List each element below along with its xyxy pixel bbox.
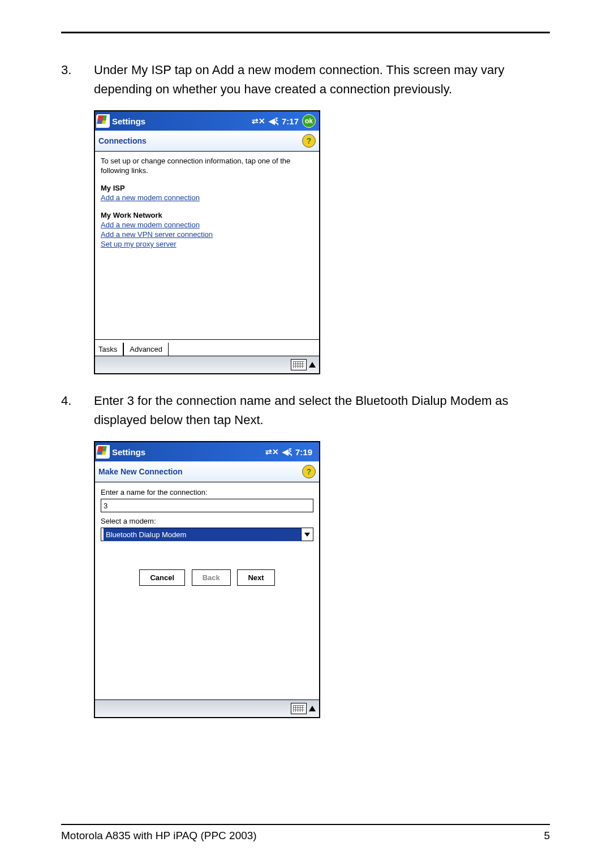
- tab-tasks[interactable]: Tasks: [95, 343, 123, 356]
- document-page: 3. Under My ISP tap on Add a new modem c…: [0, 0, 611, 868]
- connection-name-input[interactable]: [101, 499, 313, 512]
- keyboard-icon[interactable]: [291, 703, 307, 714]
- my-work-header: My Work Network: [101, 210, 313, 220]
- windows-flag-icon[interactable]: [96, 445, 110, 459]
- pane-title-2: Make New Connection: [98, 467, 302, 476]
- page-footer: Motorola A835 with HP iPAQ (PPC 2003) 5: [61, 824, 550, 842]
- step-3-text: Under My ISP tap on Add a new modem conn…: [94, 61, 550, 99]
- pane-title: Connections: [98, 136, 302, 145]
- page-number: 5: [544, 830, 550, 842]
- tabs-row: Tasks Advanced: [95, 339, 319, 356]
- connectivity-icon[interactable]: ⇄✕: [265, 447, 279, 456]
- screenshot-connections: Settings ⇄✕ ◀ξ 7:17 ok Connections ? To …: [94, 110, 320, 374]
- button-row: Cancel Back Next: [101, 569, 313, 586]
- volume-icon[interactable]: ◀ξ: [269, 116, 278, 126]
- work-add-modem-link[interactable]: Add a new modem connection: [101, 220, 200, 230]
- clock-2: 7:19: [295, 447, 312, 457]
- titlebar-2: Settings ⇄✕ ◀ξ 7:19: [95, 442, 319, 461]
- chevron-down-icon[interactable]: [301, 528, 313, 541]
- pane-header: Connections ?: [95, 131, 319, 152]
- my-isp-header: My ISP: [101, 183, 313, 193]
- pane-body-2: Enter a name for the connection: Select …: [95, 482, 319, 699]
- intro-text: To set up or change connection informati…: [101, 156, 313, 175]
- step-3-number: 3.: [61, 61, 94, 99]
- step-3: 3. Under My ISP tap on Add a new modem c…: [61, 61, 550, 99]
- screenshot-make-new-connection: Settings ⇄✕ ◀ξ 7:19 Make New Connection …: [94, 441, 320, 718]
- next-button[interactable]: Next: [237, 569, 274, 586]
- footer-title: Motorola A835 with HP iPAQ (PPC 2003): [61, 830, 257, 842]
- bottom-bar-2: [95, 699, 319, 717]
- windows-flag-icon[interactable]: [96, 114, 110, 128]
- pane-header-2: Make New Connection ?: [95, 461, 319, 482]
- titlebar: Settings ⇄✕ ◀ξ 7:17 ok: [95, 111, 319, 131]
- top-rule: [61, 32, 550, 33]
- help-icon[interactable]: ?: [302, 465, 316, 478]
- work-add-vpn-link[interactable]: Add a new VPN server connection: [101, 230, 213, 239]
- volume-icon[interactable]: ◀ξ: [282, 447, 292, 456]
- step-4: 4. Enter 3 for the connection name and s…: [61, 391, 550, 430]
- footer-rule: [61, 824, 550, 825]
- modem-field-label: Select a modem:: [101, 516, 313, 526]
- modem-dropdown[interactable]: Bluetooth Dialup Modem: [101, 528, 313, 541]
- titlebar-title: Settings: [112, 116, 252, 126]
- back-button: Back: [192, 569, 231, 586]
- step-4-number: 4.: [61, 391, 94, 430]
- name-field-label: Enter a name for the connection:: [101, 487, 313, 498]
- cancel-button[interactable]: Cancel: [139, 569, 185, 586]
- connectivity-icon[interactable]: ⇄✕: [252, 116, 265, 126]
- tab-advanced[interactable]: Advanced: [123, 343, 169, 356]
- ok-button[interactable]: ok: [302, 114, 316, 128]
- bottom-bar: [95, 356, 319, 373]
- modem-dropdown-value: Bluetooth Dialup Modem: [104, 528, 301, 541]
- clock: 7:17: [282, 116, 299, 126]
- work-proxy-link[interactable]: Set up my proxy server: [101, 239, 177, 249]
- help-icon[interactable]: ?: [302, 134, 316, 148]
- keyboard-icon[interactable]: [291, 359, 307, 370]
- menu-up-icon[interactable]: [309, 362, 316, 368]
- pane-body: To set up or change connection informati…: [95, 152, 319, 339]
- step-4-text: Enter 3 for the connection name and sele…: [94, 391, 550, 430]
- isp-add-modem-link[interactable]: Add a new modem connection: [101, 193, 200, 202]
- menu-up-icon[interactable]: [309, 706, 316, 711]
- titlebar-title-2: Settings: [112, 447, 265, 457]
